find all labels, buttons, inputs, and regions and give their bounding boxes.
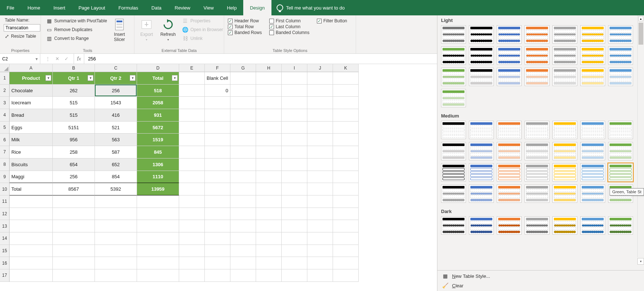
cell[interactable] [256, 220, 282, 232]
cell[interactable] [282, 158, 307, 171]
cell[interactable] [282, 257, 307, 269]
cell[interactable] [230, 220, 256, 232]
table-total-label[interactable]: Total [10, 183, 53, 195]
cell[interactable] [53, 257, 95, 269]
table-row-total[interactable]: 1306 [137, 158, 179, 171]
table-header-product[interactable]: Product▾ [10, 72, 53, 85]
tab-design[interactable]: Design [243, 0, 271, 15]
cell[interactable] [230, 269, 256, 282]
table-style-swatch[interactable] [441, 142, 466, 160]
cell[interactable] [230, 134, 256, 146]
table-style-swatch[interactable] [580, 68, 605, 86]
cell[interactable] [333, 97, 359, 109]
cell[interactable] [95, 257, 137, 269]
table-row-q1[interactable]: 654 [53, 158, 95, 171]
table-header-qtr-1[interactable]: Qtr 1▾ [53, 72, 95, 85]
check-filter-btn[interactable]: ✓Filter Button [317, 18, 347, 23]
table-style-swatch[interactable] [441, 121, 466, 139]
table-style-swatch[interactable] [469, 142, 494, 160]
cell[interactable] [307, 195, 333, 208]
table-row-q2[interactable]: 521 [95, 122, 137, 134]
cell[interactable] [137, 245, 179, 257]
table-row-product[interactable]: Maggi [10, 171, 53, 183]
row-header-16[interactable]: 16 [0, 257, 10, 269]
table-row-product[interactable]: Chocolate [10, 85, 53, 97]
tab-help[interactable]: Help [220, 0, 243, 15]
col-header-H[interactable]: H [256, 64, 282, 72]
cell[interactable] [205, 269, 230, 282]
cell[interactable] [307, 158, 333, 171]
table-row-q2[interactable]: 652 [95, 158, 137, 171]
filter-dropdown-icon[interactable]: ▾ [88, 75, 93, 81]
table-style-swatch[interactable] [580, 121, 605, 139]
cell[interactable] [179, 220, 205, 232]
table-style-swatch[interactable] [441, 25, 466, 44]
cell[interactable] [205, 245, 230, 257]
table-row-q1[interactable]: 256 [53, 171, 95, 183]
table-style-swatch[interactable] [580, 25, 605, 44]
col-header-E[interactable]: E [179, 64, 205, 72]
table-style-swatch[interactable] [441, 216, 466, 235]
cell[interactable] [179, 195, 205, 208]
cell[interactable] [205, 257, 230, 269]
cell[interactable] [307, 257, 333, 269]
table-total-q2[interactable]: 5392 [95, 183, 137, 195]
row-header-10[interactable]: 10 [0, 183, 10, 195]
cell-e1[interactable] [179, 72, 205, 85]
col-header-C[interactable]: C [95, 64, 137, 72]
cell[interactable] [256, 72, 282, 85]
table-style-swatch[interactable] [580, 163, 605, 182]
cell[interactable] [282, 220, 307, 232]
cell[interactable] [333, 146, 359, 158]
cell[interactable] [282, 171, 307, 183]
cell[interactable] [333, 183, 359, 195]
cell[interactable] [230, 183, 256, 195]
remove-duplicates-button[interactable]: ▭Remove Duplicates [45, 26, 108, 34]
col-header-J[interactable]: J [307, 64, 333, 72]
cell[interactable] [95, 195, 137, 208]
table-style-swatch[interactable] [608, 68, 633, 86]
cell[interactable] [137, 232, 179, 245]
row-header-6[interactable]: 6 [0, 134, 10, 146]
cell[interactable] [333, 134, 359, 146]
table-row-total[interactable]: 518 [137, 85, 179, 97]
cell[interactable] [53, 245, 95, 257]
cell[interactable] [95, 245, 137, 257]
cell[interactable] [230, 109, 256, 122]
cell[interactable] [307, 245, 333, 257]
gallery-scroll[interactable]: LightMediumDark▴ [437, 15, 644, 270]
table-row-q2[interactable]: 587 [95, 146, 137, 158]
cell[interactable] [179, 85, 205, 97]
cell[interactable] [333, 269, 359, 282]
row-header-8[interactable]: 8 [0, 158, 10, 171]
table-row-total[interactable]: 1110 [137, 171, 179, 183]
cell[interactable] [256, 134, 282, 146]
tab-formulas[interactable]: Formulas [112, 0, 145, 15]
cell[interactable] [333, 245, 359, 257]
cell-f1[interactable]: Blank Cell [205, 72, 230, 85]
table-style-swatch[interactable] [525, 25, 549, 44]
cell[interactable] [256, 171, 282, 183]
table-style-swatch[interactable] [580, 46, 605, 65]
table-style-swatch[interactable] [469, 184, 494, 203]
check-last-col[interactable]: ✓Last Column [269, 24, 310, 29]
tab-file[interactable]: File [0, 0, 21, 15]
cell[interactable] [205, 183, 230, 195]
cell[interactable] [230, 122, 256, 134]
table-style-swatch[interactable] [497, 68, 522, 86]
cell[interactable] [256, 183, 282, 195]
table-style-swatch[interactable] [497, 121, 522, 139]
select-all-corner[interactable] [0, 64, 10, 72]
table-style-swatch[interactable] [497, 216, 522, 235]
cell[interactable] [137, 257, 179, 269]
cell[interactable] [179, 158, 205, 171]
table-style-swatch[interactable] [525, 184, 549, 203]
table-row-product[interactable]: Eggs [10, 122, 53, 134]
cell[interactable] [179, 257, 205, 269]
cell[interactable] [282, 208, 307, 220]
table-style-swatch[interactable] [552, 163, 577, 182]
cell[interactable] [256, 158, 282, 171]
row-header-9[interactable]: 9 [0, 171, 10, 183]
cell[interactable] [307, 109, 333, 122]
cell[interactable] [230, 245, 256, 257]
